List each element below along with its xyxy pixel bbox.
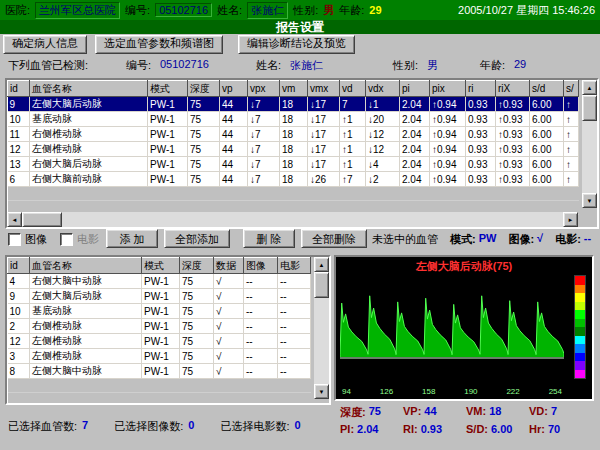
datetime-display: 2005/10/27 星期四 15:46:26 xyxy=(458,3,595,18)
tab-edit-diagnosis-preview[interactable]: 编辑诊断结论及预览 xyxy=(238,35,355,54)
delete-all-button[interactable]: 全部删除 xyxy=(301,229,367,248)
table-cell: ↑ xyxy=(564,157,579,172)
table1-hscroll-track[interactable] xyxy=(62,212,563,227)
table-cell: ↑0.94 xyxy=(430,112,466,127)
column-header[interactable]: pi xyxy=(400,81,430,97)
table-cell: 75 xyxy=(188,172,220,187)
column-header[interactable]: s/ xyxy=(564,81,579,97)
table1-vscroll-thumb[interactable] xyxy=(582,95,597,121)
scroll-up-icon[interactable]: ▲ xyxy=(582,80,597,95)
column-header[interactable]: 图像 xyxy=(244,258,278,274)
column-header[interactable]: 深度 xyxy=(188,81,220,97)
table-cell: ↑0.93 xyxy=(496,142,530,157)
tab-vessel-params-spectrum[interactable]: 选定血管参数和频谱图 xyxy=(95,35,223,54)
report-settings-window: 医院: 兰州军区总医院 编号: 05102716 姓名: 张施仁 性别: 男 年… xyxy=(0,0,600,450)
table-cell: 2.04 xyxy=(400,127,430,142)
table-row[interactable]: 8左侧大脑中动脉PW-175√---- xyxy=(8,364,311,379)
table-cell: ↑ xyxy=(564,142,579,157)
column-header[interactable]: 血管名称 xyxy=(30,258,142,274)
add-button[interactable]: 添 加 xyxy=(106,229,158,248)
table-row[interactable]: 9左侧大脑后动脉PW-175√---- xyxy=(8,289,311,304)
color-scale-segment xyxy=(575,370,585,379)
table1-vertical-scrollbar[interactable]: ▲ ▼ xyxy=(582,80,597,208)
table-row[interactable]: 12左侧椎动脉PW-175√---- xyxy=(8,334,311,349)
table-row[interactable]: 13右侧大脑后动脉PW-17544↓718↓17↑1↓42.04↑0.940.9… xyxy=(8,157,579,172)
color-scale-segment xyxy=(575,353,585,362)
table1-hscroll-thumb[interactable] xyxy=(22,212,62,227)
table-row[interactable]: 10基底动脉PW-17544↓718↓17↑1↓202.04↑0.940.93↑… xyxy=(8,112,579,127)
table-cell: 0.93 xyxy=(466,97,496,112)
page-title: 报告设置 xyxy=(0,20,600,34)
column-header[interactable]: s/d xyxy=(530,81,564,97)
table-cell: 8 xyxy=(8,364,30,379)
table-cell: -- xyxy=(244,364,278,379)
scroll-left-icon[interactable]: ◄ xyxy=(7,212,22,227)
column-header[interactable]: vm xyxy=(280,81,308,97)
column-header[interactable]: 血管名称 xyxy=(30,81,148,97)
table1-horizontal-scrollbar[interactable]: ◄ ► xyxy=(7,212,578,227)
scroll-down-icon[interactable]: ▼ xyxy=(582,193,597,208)
table-cell: ↑ xyxy=(564,127,579,142)
column-header[interactable]: riX xyxy=(496,81,530,97)
delete-button[interactable]: 删 除 xyxy=(243,229,295,248)
spectrum-title: 左侧大脑后动脉(75) xyxy=(336,259,592,274)
table2-vertical-scrollbar[interactable]: ▲ ▼ xyxy=(314,257,329,399)
column-header[interactable]: vmx xyxy=(308,81,340,97)
patient-name-label: 姓名: xyxy=(217,3,242,18)
table-cell: 右侧大脑中动脉 xyxy=(30,274,142,289)
column-header[interactable]: vdx xyxy=(366,81,400,97)
column-header[interactable]: vpx xyxy=(248,81,280,97)
image-count-value: 0 xyxy=(188,419,194,434)
column-header[interactable]: 模式 xyxy=(148,81,188,97)
column-header[interactable]: 深度 xyxy=(180,258,214,274)
table2-vscroll-track[interactable] xyxy=(314,298,329,384)
table-cell: 18 xyxy=(280,97,308,112)
table-cell: PW-1 xyxy=(148,127,188,142)
column-header[interactable]: vd xyxy=(340,81,366,97)
image-flag-value: √ xyxy=(537,232,543,247)
table2-vscroll-thumb[interactable] xyxy=(314,272,329,298)
patient-id-value: 05102716 xyxy=(155,3,212,17)
movie-checkbox-label: 电影 xyxy=(77,232,99,247)
movie-checkbox[interactable] xyxy=(60,233,73,246)
table-cell: 44 xyxy=(220,97,248,112)
scroll-down-icon[interactable]: ▼ xyxy=(314,384,329,399)
table-cell: √ xyxy=(214,349,244,364)
table-cell: 2.04 xyxy=(400,172,430,187)
info-sex-value: 男 xyxy=(427,58,438,73)
table-row[interactable]: 10基底动脉PW-175√---- xyxy=(8,304,311,319)
table-cell: √ xyxy=(214,289,244,304)
column-header[interactable]: vp xyxy=(220,81,248,97)
table-row[interactable]: 2右侧椎动脉PW-175√---- xyxy=(8,319,311,334)
table-row[interactable]: 11右侧椎动脉PW-17544↓718↓17↑1↓122.04↑0.940.93… xyxy=(8,127,579,142)
movie-flag-value: -- xyxy=(584,232,591,247)
table-cell: -- xyxy=(278,364,311,379)
detected-vessels-table-frame: id血管名称模式深度vpvpxvmvmxvdvdxpipixririXs/ds/… xyxy=(5,78,599,229)
table-cell: PW-1 xyxy=(148,172,188,187)
column-header[interactable]: id xyxy=(8,258,30,274)
column-header[interactable]: id xyxy=(8,81,30,97)
table-row[interactable]: 3左侧椎动脉PW-175√---- xyxy=(8,349,311,364)
table-cell: 6.00 xyxy=(530,97,564,112)
tab-patient-info[interactable]: 确定病人信息 xyxy=(3,35,87,54)
param-group: RI:0.93 xyxy=(403,423,466,435)
table-row[interactable]: 9左侧大脑后动脉PW-17544↓718↓177↓12.04↑0.940.93↑… xyxy=(8,97,579,112)
table-cell: ↑0.93 xyxy=(496,172,530,187)
column-header[interactable]: 数据 xyxy=(214,258,244,274)
table-cell: 0.93 xyxy=(466,112,496,127)
column-header[interactable]: pix xyxy=(430,81,466,97)
image-checkbox[interactable] xyxy=(8,233,21,246)
scroll-right-icon[interactable]: ► xyxy=(563,212,578,227)
add-all-button[interactable]: 全部添加 xyxy=(164,229,230,248)
column-header[interactable]: ri xyxy=(466,81,496,97)
table-cell: 75 xyxy=(180,304,214,319)
table-row[interactable]: 12左侧椎动脉PW-17544↓718↓17↑1↓122.04↑0.940.93… xyxy=(8,142,579,157)
info-name-label: 姓名: xyxy=(256,58,281,73)
scroll-up-icon[interactable]: ▲ xyxy=(314,257,329,272)
patient-id-label: 编号: xyxy=(125,3,150,18)
table1-vscroll-track[interactable] xyxy=(582,121,597,193)
column-header[interactable]: 模式 xyxy=(142,258,180,274)
table-row[interactable]: 4右侧大脑中动脉PW-175√---- xyxy=(8,274,311,289)
table-row[interactable]: 6右侧大脑前动脉PW-17544↓718↓26↑7↓22.04↑0.940.93… xyxy=(8,172,579,187)
column-header[interactable]: 电影 xyxy=(278,258,311,274)
